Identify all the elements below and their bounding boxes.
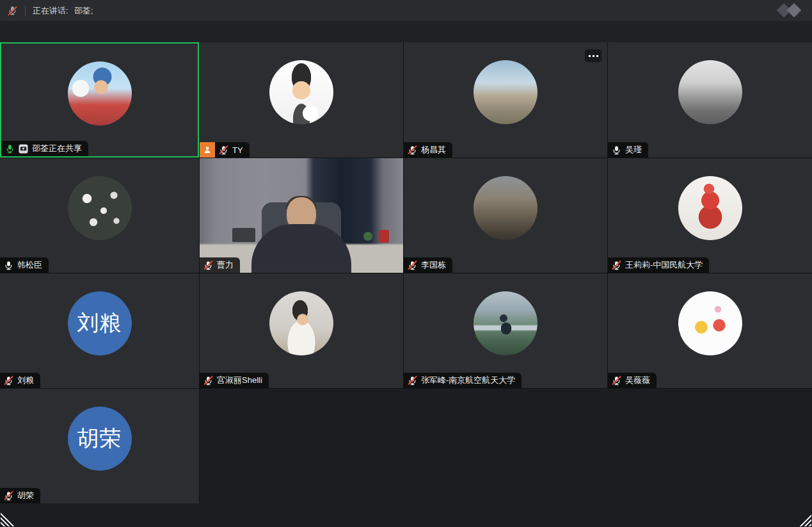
participant-name: 吴瑾 [625,144,642,156]
mic-unmuted-icon [4,261,13,270]
participant-name: 邵荃正在共享 [32,143,82,154]
mic-unmuted-icon [612,145,621,155]
avatar-hansongchen-photo [68,176,132,240]
speaking-status-label: 正在讲话: [33,5,68,17]
video-shape [363,232,372,241]
nameplate-wuweiwei: 吴薇薇 [608,373,657,388]
avatar-shaoquan-photo [68,61,132,126]
video-shape [379,230,389,243]
nameplate-wujin: 吴瑾 [608,142,648,158]
avatar-ty-cartoon [269,60,333,124]
avatar-liguodong-photo [474,176,537,240]
avatar-wuweiwei-cartoon [678,291,742,355]
tile-liguodong[interactable]: 李国栋 [404,158,607,273]
resize-grip-bottom-left[interactable] [1,512,15,526]
participant-name: 王莉莉-中国民航大学 [625,259,703,271]
avatar-gongshuli-photo [269,291,333,355]
live-video-feed [200,158,403,273]
nameplate-hurong: 胡荣 [0,488,40,503]
tile-yangchangqi[interactable]: 杨昌其 [404,42,607,158]
toolbar-spacer [0,21,812,42]
speaking-speaker-name: 邵荃; [74,5,93,17]
participant-name: 杨昌其 [421,144,446,156]
participant-name: 吴薇薇 [625,375,650,386]
screen-share-icon [19,144,28,154]
nameplate-gongshuli: 宫淑丽Shelli [200,373,269,388]
nameplate-hansongchen: 韩松臣 [0,257,49,273]
nameplate-wanglili: 王莉莉-中国民航大学 [608,257,709,273]
avatar-hurong-text: 胡荣 [68,407,132,471]
mic-muted-icon [612,376,621,385]
video-shape [232,228,255,242]
mic-muted-icon [408,261,417,270]
participant-name: 张军峰-南京航空航天大学 [421,375,515,386]
mic-active-icon [5,144,15,154]
topbar-divider [25,6,26,16]
tile-wanglili[interactable]: 王莉莉-中国民航大学 [608,158,812,273]
tile-wuweiwei[interactable]: 吴薇薇 [608,273,812,388]
nameplate-ty: TY [200,142,250,158]
nameplate-liguodong: 李国栋 [404,257,452,273]
tile-hansongchen[interactable]: 韩松臣 [0,158,199,273]
tile-shaoquan[interactable]: 邵荃正在共享 [0,42,199,158]
mic-muted-icon [203,376,213,385]
tile-ty[interactable]: TY [200,42,403,158]
avatar-yangchangqi-photo [474,60,537,124]
resize-grip-bottom-right[interactable] [797,512,811,526]
nameplate-zhangjunfeng: 张军峰-南京航空航天大学 [404,373,521,388]
mic-muted-icon [612,261,621,270]
tile-caoli[interactable]: 曹力 [200,158,403,273]
member-badge-icon [200,142,215,158]
participant-name: 胡荣 [17,490,34,501]
tile-liuliang[interactable]: 刘粮 刘粮 [0,273,199,388]
avatar-zhangjunfeng-photo [474,291,537,355]
top-status-bar: 正在讲话: 邵荃; [0,0,812,21]
mic-muted-icon [4,491,13,501]
mic-muted-icon [408,376,417,385]
participant-name: 曹力 [217,259,234,271]
tile-wujin[interactable]: 吴瑾 [608,42,812,158]
nameplate-shaoquan: 邵荃正在共享 [1,141,88,156]
nameplate-liuliang: 刘粮 [0,373,40,388]
mic-muted-icon [4,376,13,385]
participant-name: 李国栋 [421,259,446,271]
mic-muted-icon [219,145,228,155]
empty-grid-area [200,389,812,503]
mic-muted-icon [203,261,213,270]
participant-grid: 邵荃正在共享 TY 杨昌其 吴瑾 [0,42,812,503]
avatar-wujin-photo [678,60,742,124]
participant-name: 宫淑丽Shelli [217,375,262,386]
tile-zhangjunfeng[interactable]: 张军峰-南京航空航天大学 [404,273,607,388]
avatar-wanglili-photo [678,176,742,240]
brand-logo-icon [774,2,807,19]
mic-muted-icon [408,145,417,155]
participant-name: 韩松臣 [17,259,42,271]
tile-gongshuli[interactable]: 宫淑丽Shelli [200,273,403,388]
tile-hurong[interactable]: 胡荣 胡荣 [0,389,199,503]
participant-name: 刘粮 [17,375,34,386]
nameplate-yangchangqi: 杨昌其 [404,142,452,158]
nameplate-caoli: 曹力 [200,257,240,273]
more-options-button[interactable] [585,49,601,62]
avatar-liuliang-text: 刘粮 [68,291,132,355]
participant-name: TY [232,145,243,155]
self-mic-muted-icon [8,6,17,15]
